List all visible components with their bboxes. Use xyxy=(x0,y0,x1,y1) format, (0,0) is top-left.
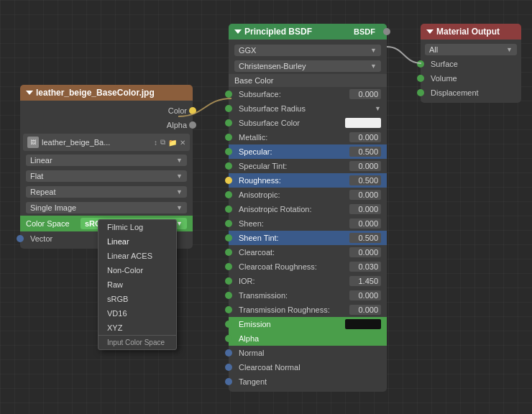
alpha-socket[interactable] xyxy=(189,121,196,129)
copy-icon[interactable]: ⧉ xyxy=(160,138,165,147)
distribution-dropdown[interactable]: GGX ▼ xyxy=(234,45,381,56)
specular-socket[interactable] xyxy=(225,148,232,155)
clearcoat-normal-label: Clearcoat Normal xyxy=(239,363,381,372)
tangent-label: Tangent xyxy=(239,377,381,386)
sheen-tint-value[interactable]: 0.500 xyxy=(349,233,381,243)
anisotropic-rotation-row: Anisotropic Rotation: 0.000 xyxy=(229,202,387,216)
collapse-icon[interactable] xyxy=(234,29,242,34)
sheen-socket[interactable] xyxy=(225,220,232,227)
displacement-socket[interactable] xyxy=(417,89,424,96)
clearcoat-socket[interactable] xyxy=(225,249,232,256)
sheen-tint-socket[interactable] xyxy=(225,234,232,242)
chevron-down-icon: ▼ xyxy=(176,157,183,164)
metallic-value[interactable]: 0.000 xyxy=(349,132,381,142)
ior-socket[interactable] xyxy=(225,277,232,285)
vector-socket[interactable] xyxy=(17,235,24,242)
folder-icon[interactable]: 📁 xyxy=(168,139,177,147)
extension-dropdown[interactable]: Repeat ▼ xyxy=(26,186,187,198)
anisotropic-value[interactable]: 0.000 xyxy=(349,190,381,200)
anisotropic-rotation-value[interactable]: 0.000 xyxy=(349,204,381,214)
anisotropic-rotation-socket[interactable] xyxy=(225,206,232,213)
anisotropic-socket[interactable] xyxy=(225,191,232,198)
texture-node-title: leather_beige_BaseColor.jpg xyxy=(36,88,155,98)
displacement-label: Displacement xyxy=(431,88,515,97)
distribution-value: GGX xyxy=(239,46,256,55)
normal-socket[interactable] xyxy=(225,349,232,356)
volume-socket[interactable] xyxy=(417,75,424,82)
clearcoat-normal-row: Clearcoat Normal xyxy=(229,360,387,374)
sheen-tint-label: Sheen Tint: xyxy=(239,234,349,242)
collapse-icon[interactable] xyxy=(426,29,434,34)
file-row[interactable]: 🖼 leather_beige_Ba... ↕ ⧉ 📁 ✕ xyxy=(23,134,190,151)
ior-label: IOR: xyxy=(239,277,349,285)
color-socket[interactable] xyxy=(189,107,196,114)
colorspace-label: Color Space xyxy=(26,219,76,228)
transmission-roughness-socket[interactable] xyxy=(225,306,232,313)
source-value: Single Image xyxy=(30,203,76,212)
transmission-value[interactable]: 0.000 xyxy=(349,290,381,300)
ior-row: IOR: 1.450 xyxy=(229,274,387,288)
subsurface-radius-socket[interactable] xyxy=(225,105,232,112)
alpha-output-row: Alpha xyxy=(20,118,193,132)
bsdf-output-socket[interactable] xyxy=(383,28,390,35)
subsurface-value[interactable]: 0.000 xyxy=(349,89,381,99)
subsurface-socket[interactable] xyxy=(225,91,232,98)
emission-socket[interactable] xyxy=(225,321,232,328)
transmission-socket[interactable] xyxy=(225,292,232,299)
roughness-socket[interactable] xyxy=(225,177,232,184)
flip-icon[interactable]: ↕ xyxy=(154,139,157,147)
ior-value[interactable]: 1.450 xyxy=(349,276,381,286)
specular-tint-socket[interactable] xyxy=(225,162,232,170)
specular-tint-label: Specular Tint: xyxy=(239,162,349,170)
interpolation-dropdown[interactable]: Linear ▼ xyxy=(26,155,187,166)
subsurface-method-value: Christensen-Burley xyxy=(239,62,306,70)
subsurface-color-swatch[interactable] xyxy=(345,118,381,128)
menu-item-srgb[interactable]: sRGB xyxy=(98,292,176,306)
menu-item-filmic-log[interactable]: Filmic Log xyxy=(98,220,176,234)
menu-item-non-color[interactable]: Non-Color xyxy=(98,263,176,277)
alpha-input-socket[interactable] xyxy=(225,335,232,342)
chevron-down-icon: ▼ xyxy=(176,188,183,196)
color-output-label: Color xyxy=(168,106,187,115)
emission-label: Emission xyxy=(239,320,345,328)
metallic-socket[interactable] xyxy=(225,134,232,141)
menu-item-raw[interactable]: Raw xyxy=(98,277,176,292)
transmission-row: Transmission: 0.000 xyxy=(229,288,387,303)
projection-row: Flat ▼ xyxy=(20,168,193,184)
anisotropic-rotation-label: Anisotropic Rotation: xyxy=(239,205,349,213)
volume-input-row: Volume xyxy=(421,71,521,86)
clearcoat-value[interactable]: 0.000 xyxy=(349,247,381,257)
specular-label: Specular: xyxy=(239,147,349,156)
projection-value: Flat xyxy=(30,172,43,180)
clearcoat-normal-socket[interactable] xyxy=(225,364,232,371)
chevron-down-icon: ▼ xyxy=(370,63,377,70)
metallic-row: Metallic: 0.000 xyxy=(229,130,387,144)
sheen-value[interactable]: 0.000 xyxy=(349,218,381,229)
collapse-icon[interactable] xyxy=(26,91,33,95)
specular-tint-value[interactable]: 0.000 xyxy=(349,161,381,171)
chevron-down-icon: ▼ xyxy=(176,204,183,211)
projection-dropdown[interactable]: Flat ▼ xyxy=(26,170,187,182)
subsurface-radius-row: Subsurface Radius ▼ xyxy=(229,101,387,116)
source-dropdown[interactable]: Single Image ▼ xyxy=(26,202,187,213)
menu-item-linear[interactable]: Linear xyxy=(98,234,176,249)
emission-swatch[interactable] xyxy=(345,319,381,329)
roughness-value[interactable]: 0.500 xyxy=(349,175,381,185)
specular-value[interactable]: 0.500 xyxy=(349,147,381,157)
specular-row: Specular: 0.500 xyxy=(229,144,387,159)
subsurface-color-socket[interactable] xyxy=(225,119,232,126)
menu-item-vd16[interactable]: VD16 xyxy=(98,306,176,321)
output-body: All ▼ Surface Volume Displacement xyxy=(421,40,521,103)
transmission-roughness-value[interactable]: 0.000 xyxy=(349,305,381,315)
menu-item-xyz[interactable]: XYZ xyxy=(98,321,176,335)
target-value: All xyxy=(429,45,438,54)
subsurface-method-dropdown[interactable]: Christensen-Burley ▼ xyxy=(234,60,381,72)
menu-item-linear-aces[interactable]: Linear ACES xyxy=(98,249,176,263)
clearcoat-roughness-socket[interactable] xyxy=(225,263,232,270)
clearcoat-roughness-value[interactable]: 0.030 xyxy=(349,262,381,272)
surface-socket[interactable] xyxy=(417,60,424,68)
tangent-socket[interactable] xyxy=(225,378,232,385)
bsdf-header: Principled BSDF BSDF xyxy=(229,24,387,40)
close-icon[interactable]: ✕ xyxy=(180,139,185,147)
target-dropdown[interactable]: All ▼ xyxy=(425,44,517,55)
